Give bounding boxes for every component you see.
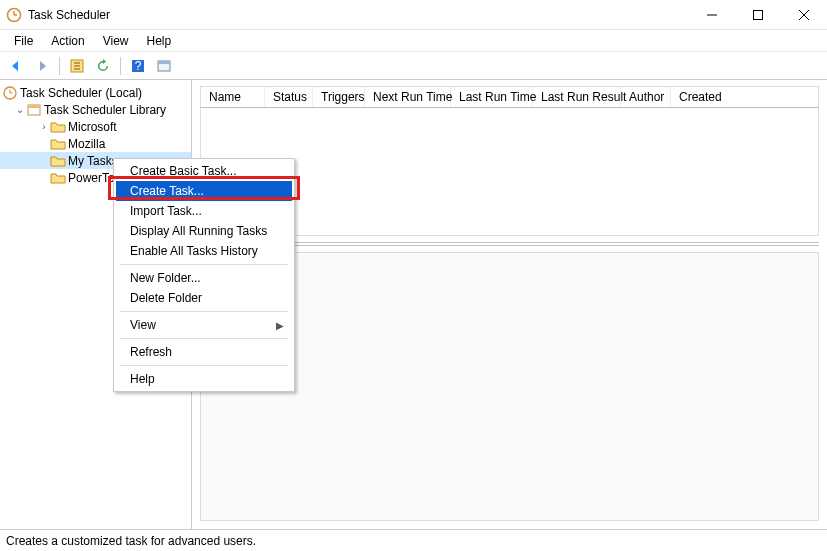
action-button[interactable]: [65, 55, 89, 77]
maximize-button[interactable]: [735, 0, 781, 30]
tree-folder-label: Mozilla: [68, 137, 105, 151]
ctx-help[interactable]: Help: [116, 369, 292, 389]
titlebar: Task Scheduler: [0, 0, 827, 30]
col-created[interactable]: Created: [671, 87, 818, 107]
statusbar: Creates a customized task for advanced u…: [0, 529, 827, 551]
svg-rect-4: [754, 10, 763, 19]
ctx-view[interactable]: View ▶: [116, 315, 292, 335]
menubar: File Action View Help: [0, 30, 827, 52]
refresh-button[interactable]: [91, 55, 115, 77]
clock-icon: [2, 85, 18, 101]
expander-icon[interactable]: ›: [38, 121, 50, 132]
task-list-header: Name Status Triggers Next Run Time Last …: [200, 86, 819, 108]
svg-rect-16: [28, 105, 40, 108]
tree-library-label: Task Scheduler Library: [44, 103, 166, 117]
col-name[interactable]: Name: [201, 87, 265, 107]
folder-icon: [50, 136, 66, 152]
properties-button[interactable]: [152, 55, 176, 77]
library-icon: [26, 102, 42, 118]
menu-file[interactable]: File: [6, 32, 41, 50]
folder-icon: [50, 170, 66, 186]
tree-folder-mozilla[interactable]: Mozilla: [0, 135, 191, 152]
folder-icon: [50, 153, 66, 169]
tree-root[interactable]: Task Scheduler (Local): [0, 84, 191, 101]
nav-forward-button[interactable]: [30, 55, 54, 77]
ctx-refresh[interactable]: Refresh: [116, 342, 292, 362]
expander-icon[interactable]: ⌄: [14, 104, 26, 115]
minimize-button[interactable]: [689, 0, 735, 30]
ctx-enable-history[interactable]: Enable All Tasks History: [116, 241, 292, 261]
tree-folder-label: Microsoft: [68, 120, 117, 134]
toolbar: ?: [0, 52, 827, 80]
ctx-separator: [120, 338, 288, 339]
col-triggers[interactable]: Triggers: [313, 87, 365, 107]
ctx-delete-folder[interactable]: Delete Folder: [116, 288, 292, 308]
tree-library[interactable]: ⌄ Task Scheduler Library: [0, 101, 191, 118]
col-author[interactable]: Author: [621, 87, 671, 107]
col-last-run[interactable]: Last Run Time: [451, 87, 533, 107]
tree-folder-label: My Tasks: [68, 154, 118, 168]
col-status[interactable]: Status: [265, 87, 313, 107]
menu-help[interactable]: Help: [139, 32, 180, 50]
ctx-separator: [120, 264, 288, 265]
ctx-import-task[interactable]: Import Task...: [116, 201, 292, 221]
tree-root-label: Task Scheduler (Local): [20, 86, 142, 100]
ctx-create-basic-task[interactable]: Create Basic Task...: [116, 161, 292, 181]
svg-rect-11: [158, 61, 170, 64]
window-title: Task Scheduler: [28, 8, 689, 22]
help-button[interactable]: ?: [126, 55, 150, 77]
nav-back-button[interactable]: [4, 55, 28, 77]
col-last-result[interactable]: Last Run Result: [533, 87, 621, 107]
ctx-separator: [120, 311, 288, 312]
svg-text:?: ?: [135, 59, 142, 73]
context-menu: Create Basic Task... Create Task... Impo…: [113, 158, 295, 392]
app-icon: [6, 7, 22, 23]
tree-folder-microsoft[interactable]: › Microsoft: [0, 118, 191, 135]
ctx-separator: [120, 365, 288, 366]
menu-view[interactable]: View: [95, 32, 137, 50]
statusbar-text: Creates a customized task for advanced u…: [6, 534, 256, 548]
toolbar-separator: [120, 57, 121, 75]
ctx-view-label: View: [130, 318, 156, 332]
close-button[interactable]: [781, 0, 827, 30]
toolbar-separator: [59, 57, 60, 75]
folder-icon: [50, 119, 66, 135]
col-next-run[interactable]: Next Run Time: [365, 87, 451, 107]
tree-folder-label: PowerTo: [68, 171, 115, 185]
ctx-create-task[interactable]: Create Task...: [116, 181, 292, 201]
ctx-display-running-tasks[interactable]: Display All Running Tasks: [116, 221, 292, 241]
menu-action[interactable]: Action: [43, 32, 92, 50]
submenu-arrow-icon: ▶: [276, 320, 284, 331]
ctx-new-folder[interactable]: New Folder...: [116, 268, 292, 288]
